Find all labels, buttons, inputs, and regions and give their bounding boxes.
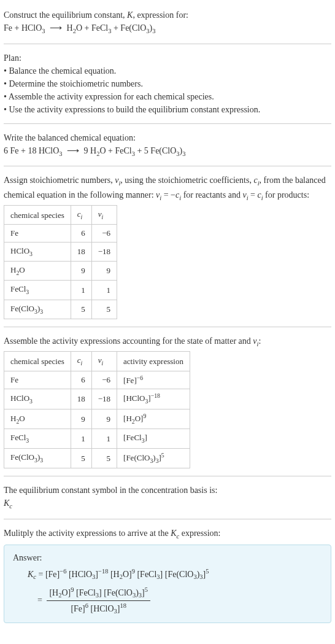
problem-statement: Construct the equilibrium constant, K, e… xyxy=(4,5,331,40)
text: Assign stoichiometric numbers, xyxy=(4,176,115,185)
text: expression: xyxy=(179,529,220,538)
plan-bullet: • Assemble the activity expression for e… xyxy=(4,90,331,103)
table-row: H2O 9 9 xyxy=(4,262,117,281)
text: [HClO xyxy=(123,394,145,403)
plan-bullet: • Determine the stoichiometric numbers. xyxy=(4,77,331,90)
multiply-text: Mulitply the activity expressions to arr… xyxy=(4,527,331,541)
sub: 3 xyxy=(42,28,45,34)
sup: 5 xyxy=(161,452,164,459)
text: , using the stoichiometric coefficients, xyxy=(120,176,253,185)
col-vi: νi xyxy=(91,352,117,371)
equals: = xyxy=(36,570,45,579)
divider xyxy=(4,44,331,44)
cell-activity: [Fe(ClO3)3]5 xyxy=(117,448,190,468)
kc-expression-line1: Kc = [Fe]−6 [HClO3]−18 [H2O]9 [FeCl3] [F… xyxy=(28,567,322,582)
text: O xyxy=(19,265,25,274)
text: O + FeCl xyxy=(76,23,108,33)
text: FeCl xyxy=(10,284,26,293)
kc-symbol-text: The equilibrium constant symbol in the c… xyxy=(4,484,331,497)
col-ci: ci xyxy=(71,352,91,371)
multiply-section: Mulitply the activity expressions to arr… xyxy=(4,523,331,627)
sub: i xyxy=(81,360,83,367)
cell-c: 1 xyxy=(71,429,91,448)
text: [Fe] xyxy=(71,603,85,613)
cell-species: H2O xyxy=(4,262,71,281)
assign-section: Assign stoichiometric numbers, νi, using… xyxy=(4,170,331,323)
cell-activity: [H2O]9 xyxy=(117,409,190,429)
text: [Fe] xyxy=(45,570,60,579)
cell-species: Fe xyxy=(4,225,71,242)
k: K xyxy=(4,499,9,508)
cell-v: 9 xyxy=(91,409,117,429)
divider xyxy=(4,476,331,476)
cell-activity: [Fe]−6 xyxy=(117,371,190,389)
cell-v: −18 xyxy=(91,242,117,261)
text: ] [Fe(ClO xyxy=(99,588,133,597)
table-header-row: chemical species ci νi xyxy=(4,206,117,225)
cell-v: −6 xyxy=(91,371,117,389)
cell-c: 5 xyxy=(71,448,91,468)
stoich-table: chemical species ci νi Fe 6 −6 HClO3 18 … xyxy=(4,205,117,319)
text: HClO xyxy=(10,246,29,255)
table-row: Fe 6 −6 xyxy=(4,225,117,242)
text: = xyxy=(248,190,258,200)
cell-c: 6 xyxy=(71,371,91,389)
text: Fe xyxy=(10,228,18,238)
text: + Fe(ClO xyxy=(111,23,146,33)
assemble-section: Assemble the activity expressions accoun… xyxy=(4,331,331,472)
col-vi: νi xyxy=(91,206,117,225)
text: [H xyxy=(123,414,132,423)
text: Construct the equilibrium constant, xyxy=(4,10,127,20)
text: H xyxy=(67,23,73,33)
text: [H xyxy=(49,588,58,597)
text: [FeCl xyxy=(123,433,142,442)
divider xyxy=(4,123,331,124)
table-row: H2O 9 9 [H2O]9 xyxy=(4,409,190,429)
col-species: chemical species xyxy=(4,352,71,371)
text: [FeCl xyxy=(135,570,156,579)
text: O] xyxy=(123,570,132,579)
table-row: Fe 6 −6 [Fe]−6 xyxy=(4,371,190,389)
text: = − xyxy=(161,190,175,200)
table-row: FeCl3 1 1 [FeCl3] xyxy=(4,429,190,448)
divider xyxy=(4,166,331,166)
fraction: [H2O]9 [FeCl3] [Fe(ClO3)3]5 [Fe]6 [HClO3… xyxy=(47,585,150,616)
plan-bullet: • Use the activity expressions to build … xyxy=(4,103,331,116)
sub: 3 xyxy=(29,250,33,257)
numerator: [H2O]9 [FeCl3] [Fe(ClO3)3]5 xyxy=(47,585,150,601)
table-row: HClO3 18 −18 [HClO3]−18 xyxy=(4,389,190,409)
sup: 9 xyxy=(143,413,146,419)
text: Assemble the activity expressions accoun… xyxy=(4,336,253,346)
cell-v: −6 xyxy=(91,225,117,242)
text: O + FeCl xyxy=(99,146,131,155)
cell-activity: [FeCl3] xyxy=(117,429,190,448)
col-ci: ci xyxy=(71,206,91,225)
sup: −18 xyxy=(151,392,160,399)
cell-species: FeCl3 xyxy=(4,281,71,300)
cell-c: 9 xyxy=(71,409,91,429)
sub: i xyxy=(102,360,104,367)
text: , expression for: xyxy=(133,10,188,20)
text: + 5 Fe(ClO xyxy=(135,146,176,155)
plan-bullet: • Balance the chemical equation. xyxy=(4,64,331,77)
text: : xyxy=(258,336,261,346)
text: 6 Fe + 18 HClO xyxy=(4,146,59,155)
table-row: FeCl3 1 1 xyxy=(4,281,117,300)
text: H xyxy=(10,265,16,274)
divider xyxy=(4,327,331,327)
sup: 5 xyxy=(206,568,209,575)
kc-symbol-section: The equilibrium constant symbol in the c… xyxy=(4,480,331,515)
divider xyxy=(4,519,331,519)
text: Fe + HClO xyxy=(4,23,42,33)
arrow-icon: ⟶ xyxy=(50,21,62,34)
answer-box: Answer: Kc = [Fe]−6 [HClO3]−18 [H2O]9 [F… xyxy=(4,545,331,623)
unbalanced-equation: Fe + HClO3 ⟶ H2O + FeCl3 + Fe(ClO3)3 xyxy=(4,21,331,36)
text: ] xyxy=(145,433,147,442)
plan-title: Plan: xyxy=(4,52,331,64)
assemble-text: Assemble the activity expressions accoun… xyxy=(4,335,331,349)
equals: = xyxy=(37,595,44,604)
cell-species: HClO3 xyxy=(4,389,71,409)
sub: 3 xyxy=(152,28,155,34)
cell-v: −18 xyxy=(91,389,117,409)
k: K xyxy=(28,570,33,579)
